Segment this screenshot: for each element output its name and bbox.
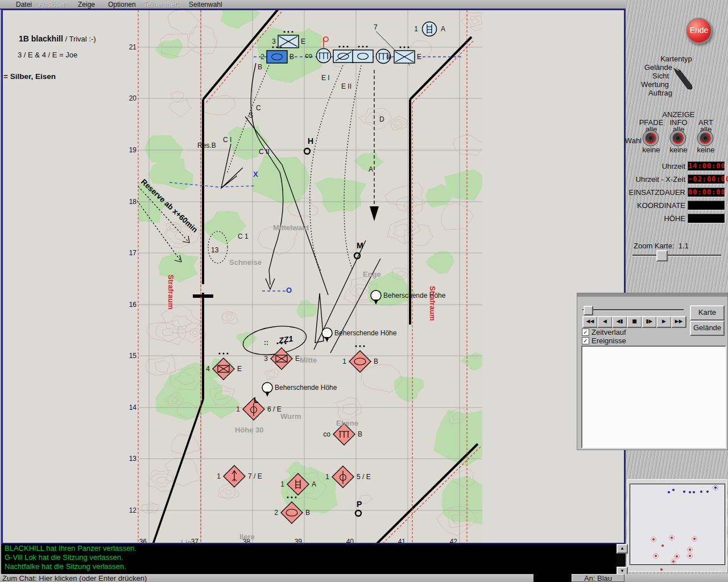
grid-label-x: 40 bbox=[346, 538, 354, 543]
zoom-slider-track[interactable] bbox=[632, 255, 721, 256]
label-strafraum-left: Strafraum bbox=[167, 275, 175, 309]
unit-designation-label: A bbox=[312, 480, 316, 488]
minimap-unit-dot bbox=[668, 491, 670, 493]
label-13: 13 bbox=[211, 246, 219, 254]
hoehe-label: HÖHE bbox=[626, 214, 685, 223]
time-slider-track[interactable] bbox=[582, 309, 684, 311]
unit-designation-label: E bbox=[237, 365, 242, 373]
grid-label-y: 13 bbox=[129, 455, 137, 463]
grid-label-x: 39 bbox=[295, 538, 303, 543]
minimap[interactable] bbox=[627, 479, 727, 572]
uhrzeit-value: 14:00:00 bbox=[688, 161, 725, 171]
minimap-unit-dot bbox=[655, 555, 657, 557]
chat-scrollbar[interactable]: ▲ ▼ bbox=[617, 544, 626, 574]
minimap-unit-dot bbox=[700, 490, 702, 493]
label-ebene: Ebene bbox=[336, 419, 358, 427]
label-enge: Enge bbox=[363, 270, 381, 278]
zeitverlauf-label: Zeitverlauf bbox=[592, 328, 626, 336]
minimap-unit-dot bbox=[714, 487, 717, 489]
menu-ausloeser: Auslöser bbox=[39, 1, 65, 9]
label-schneise: Schneise bbox=[229, 258, 262, 267]
chat-recipient-button[interactable]: An: Blau bbox=[572, 574, 624, 582]
zeitverlauf-checkbox[interactable]: ✓ bbox=[582, 329, 589, 336]
grid-label-y: 16 bbox=[129, 301, 137, 309]
scroll-up-icon[interactable]: ▲ bbox=[617, 544, 628, 554]
minimap-unit-dot bbox=[706, 490, 709, 493]
zoom-slider-thumb[interactable] bbox=[656, 250, 668, 261]
label-c: C bbox=[256, 104, 261, 112]
label-mitte: Mitte bbox=[300, 356, 317, 364]
menu-teilnehmer: Teilnehmer: bbox=[143, 1, 179, 9]
minimap-unit-dot bbox=[689, 555, 691, 557]
pfade-knob[interactable] bbox=[643, 130, 659, 146]
ereignisse-checkbox[interactable]: ✓ bbox=[582, 337, 589, 344]
unit-designation-label: E bbox=[417, 53, 421, 61]
chat-line: G-Vill Lok hat die Sitzung verlassen. bbox=[5, 553, 617, 562]
step-back-button[interactable]: ◀▮ bbox=[612, 316, 627, 328]
menu-seitenwahl[interactable]: Seitenwahl bbox=[189, 1, 222, 9]
label-lin: Lin bbox=[181, 538, 192, 543]
label-o-blue: O bbox=[286, 286, 292, 294]
event-listbox[interactable] bbox=[581, 346, 726, 448]
rewind-fast-button[interactable]: ◀◀ bbox=[582, 316, 598, 328]
label-d: D bbox=[379, 115, 384, 123]
label-s: S bbox=[249, 111, 253, 119]
label-mittelwald: Mittelwald bbox=[273, 223, 309, 232]
zoom-karte-value: 1.1 bbox=[679, 242, 689, 250]
team-line: 1B blackhill / Trival :-) bbox=[19, 34, 96, 43]
team-suffix: / Trival :-) bbox=[65, 35, 96, 43]
play-button[interactable]: ▶ bbox=[656, 316, 672, 328]
karte-button[interactable]: Karte bbox=[690, 305, 725, 321]
pfade-keine-label: keine bbox=[637, 146, 665, 154]
art-keine-label: keine bbox=[692, 146, 720, 154]
grid-label-y: 15 bbox=[129, 352, 137, 360]
status-spacer bbox=[533, 574, 572, 582]
unit-id-label: 1 bbox=[236, 405, 240, 413]
chat-log[interactable]: BLACKHILL hat Ihren Panzer verlassen. G-… bbox=[1, 544, 617, 574]
time-slider-thumb[interactable] bbox=[584, 306, 593, 315]
x-zeit-label: Uhrzeit - X-Zeit bbox=[626, 175, 685, 184]
grid-label-y: 20 bbox=[129, 94, 137, 102]
label-a: A bbox=[369, 165, 373, 173]
minimap-unit-dot bbox=[652, 538, 655, 541]
menu-optionen[interactable]: Optionen bbox=[108, 1, 136, 9]
gelaende-button[interactable]: Gelände bbox=[690, 321, 725, 336]
info-knob[interactable] bbox=[670, 130, 686, 146]
map-canvas[interactable]: 3637383940414221201918171615141312 bbox=[3, 10, 624, 543]
grid-label-x: 37 bbox=[191, 538, 199, 543]
minimap-unit-dot bbox=[683, 490, 685, 493]
chat-line: Nachtfalke hat die Sitzung verlassen. bbox=[5, 562, 617, 571]
x-zeit-value: -02:00:00 bbox=[688, 174, 725, 184]
minimap-unit-dot bbox=[689, 548, 691, 551]
forward-fast-button[interactable]: ▶▶ bbox=[671, 316, 686, 328]
label-hoehe30: Höhe 30 bbox=[235, 426, 264, 434]
minimap-unit-dot bbox=[660, 568, 663, 571]
label-h: H bbox=[308, 136, 313, 146]
unit-id-label: 3 bbox=[264, 355, 268, 363]
unit-id-label: 1 bbox=[342, 357, 346, 365]
art-knob[interactable] bbox=[697, 130, 713, 146]
label-c-ii: C II bbox=[259, 148, 270, 156]
unit-designation-label: B bbox=[358, 430, 362, 438]
unit-id-label: 2 bbox=[260, 53, 264, 61]
label-b: B bbox=[258, 63, 262, 71]
label-wurm: Wurm bbox=[280, 412, 301, 421]
info-keine-label: keine bbox=[664, 146, 693, 154]
step-forward-button[interactable]: ▮▶ bbox=[642, 316, 657, 328]
unit-id-label: 1 bbox=[217, 472, 221, 480]
knob-group bbox=[626, 0, 728, 159]
unit-designation-label: B bbox=[305, 509, 310, 517]
unit-designation-label: B bbox=[374, 357, 378, 365]
player-assignment: 3 / E & 4 / E = Joe bbox=[18, 51, 77, 59]
chat-input-hint[interactable]: Zum Chat: Hier klicken (oder Enter drück… bbox=[2, 574, 147, 582]
stop-button[interactable]: ■ bbox=[627, 316, 642, 328]
playback-panel: ◀◀ ◀ ◀▮ ■ ▮▶ ▶ ▶▶ Karte Gelände ✓ Zeitve… bbox=[577, 293, 728, 450]
unit-designation-label: 6 / E bbox=[267, 405, 282, 413]
unit-designation-label: 5 / E bbox=[357, 473, 371, 481]
menu-zeige[interactable]: Zeige bbox=[78, 1, 95, 9]
label-m: M bbox=[357, 241, 363, 250]
rewind-button[interactable]: ◀ bbox=[597, 316, 613, 328]
unit-id-label: 3 bbox=[272, 38, 276, 45]
minimap-unit-dot bbox=[689, 491, 691, 493]
menu-datei[interactable]: Datei bbox=[16, 1, 32, 9]
